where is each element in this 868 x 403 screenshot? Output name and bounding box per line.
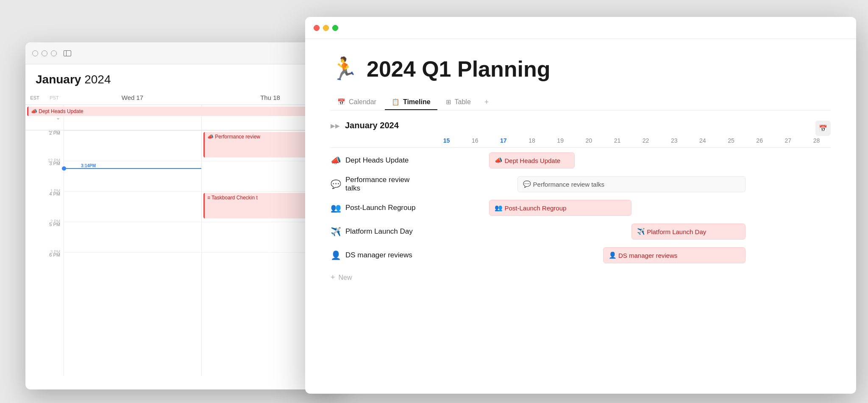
post-launch-bar-label: Post-Launch Regroup <box>504 204 566 212</box>
sidebar-toggle-icon[interactable] <box>64 50 71 56</box>
timeline-event-dept-heads: 📣 Dept Heads Update 📣 Dept Heads Update <box>331 151 831 170</box>
timezone-headers: EST PST <box>25 91 64 105</box>
time-label-3pm: 3 PM 12 PM <box>25 161 64 191</box>
minimize-button-notion[interactable] <box>323 25 329 31</box>
maximize-button-calendar[interactable] <box>51 50 57 56</box>
event-dept-heads-update[interactable]: 📣 Dept Heads Update <box>27 107 337 116</box>
timeline-tab-label: Timeline <box>403 98 431 106</box>
dept-heads-bar-icon: 📣 <box>495 157 503 164</box>
page-title: 2024 Q1 Planning <box>367 56 551 82</box>
post-launch-text: Post-Launch Regroup <box>345 204 415 212</box>
all-day-section: ⌄ Finish performance evals 📣 Dept Heads … <box>25 105 339 130</box>
post-launch-bar[interactable]: 👥 Post-Launch Regroup <box>489 200 632 216</box>
date-18: 18 <box>517 137 546 144</box>
calendar-window: January 2024 EST PST Wed 17 Thu 18 ⌄ Fin… <box>25 42 339 389</box>
date-16: 16 <box>461 137 489 144</box>
timeline-event-ds-manager: 👤 DS manager reviews 👤 DS manager review… <box>331 246 831 265</box>
perf-review-text: Performance review talks <box>345 176 426 193</box>
calendar-time-grid: 2 PM 11 AM 3 PM 12 PM 4 PM 1 PM 5 PM 2 P… <box>25 130 339 376</box>
expand-arrow-icon[interactable]: ▶▶ <box>331 122 340 129</box>
all-day-events-area: Finish performance evals 📣 Dept Heads Up… <box>64 105 339 130</box>
day-col-wed: 3:14PM <box>64 130 201 376</box>
time-labels: 2 PM 11 AM 3 PM 12 PM 4 PM 1 PM 5 PM 2 P… <box>25 130 64 376</box>
timeline-month-label: January 2024 <box>345 121 399 130</box>
platform-launch-bar[interactable]: ✈️ Platform Launch Day <box>632 224 746 240</box>
calendar-month-title: January 2024 <box>36 73 111 86</box>
timeline-event-perf-review: 💬 Performance review talks 💬 Performance… <box>331 175 831 193</box>
table-tab-label: Table <box>455 98 471 106</box>
ds-manager-icon: 👤 <box>331 250 341 260</box>
current-time-label: 3:14PM <box>81 163 96 168</box>
close-button-notion[interactable] <box>314 25 320 31</box>
time-label-4pm: 4 PM 1 PM <box>25 191 64 222</box>
date-numbers-row: 15 16 17 18 19 20 21 22 23 24 25 26 27 2… <box>331 137 831 148</box>
date-21: 21 <box>603 137 632 144</box>
calendar-tab-label: Calendar <box>349 98 376 106</box>
maximize-button-notion[interactable] <box>332 25 338 31</box>
dept-heads-bar[interactable]: 📣 Dept Heads Update <box>489 152 574 168</box>
close-button-calendar[interactable] <box>32 50 38 56</box>
page-icon: 🏃 <box>331 56 358 82</box>
date-28: 28 <box>802 137 831 144</box>
platform-launch-label: ✈️ Platform Launch Day <box>331 226 432 237</box>
date-19: 19 <box>546 137 575 144</box>
tz-pst-label: PST <box>45 95 63 100</box>
today-icon: 📅 <box>819 124 827 132</box>
post-launch-label: 👥 Post-Launch Regroup <box>331 203 432 213</box>
date-20: 20 <box>575 137 603 144</box>
date-22: 22 <box>632 137 660 144</box>
ds-manager-bar[interactable]: 👤 DS manager reviews <box>603 247 746 263</box>
calendar-column-headers: EST PST Wed 17 Thu 18 <box>25 91 339 105</box>
time-label-2pm: 2 PM 11 AM <box>25 130 64 161</box>
date-24: 24 <box>688 137 717 144</box>
perf-review-bar-icon: 💬 <box>523 180 531 188</box>
notion-titlebar <box>305 17 856 39</box>
post-launch-bar-icon: 👥 <box>495 204 503 212</box>
notion-window: 🏃 2024 Q1 Planning 📅 Calendar 📋 Timeline… <box>305 17 856 394</box>
date-15: 15 <box>432 137 461 144</box>
ds-manager-label: 👤 DS manager reviews <box>331 250 432 260</box>
add-tab-button[interactable]: + <box>479 94 494 110</box>
date-23: 23 <box>660 137 688 144</box>
ds-manager-bar-icon: 👤 <box>609 251 617 259</box>
dept-heads-bar-label: Dept Heads Update <box>504 157 560 164</box>
plus-icon: + <box>331 273 335 282</box>
date-25: 25 <box>717 137 745 144</box>
notion-tabs: 📅 Calendar 📋 Timeline ⊞ Table + <box>331 94 831 110</box>
calendar-tab-icon: 📅 <box>337 98 345 106</box>
tab-table[interactable]: ⊞ Table <box>439 95 478 110</box>
post-launch-icon: 👥 <box>331 203 341 213</box>
minimize-button-calendar[interactable] <box>42 50 47 56</box>
calendar-header: January 2024 <box>25 64 339 91</box>
today-button[interactable]: 📅 <box>815 121 831 136</box>
day-header-wed: Wed 17 <box>64 91 201 105</box>
date-27: 27 <box>774 137 802 144</box>
ds-manager-bar-label: DS manager reviews <box>618 252 677 259</box>
timeline-events: 📣 Dept Heads Update 📣 Dept Heads Update <box>331 151 831 265</box>
dept-heads-icon: 📣 <box>331 155 341 166</box>
page-title-row: 🏃 2024 Q1 Planning <box>331 56 831 82</box>
platform-launch-icon: ✈️ <box>331 226 341 237</box>
platform-launch-bar-icon: ✈️ <box>637 228 645 235</box>
tab-timeline[interactable]: 📋 Timeline <box>385 95 437 110</box>
timeline-event-platform-launch: ✈️ Platform Launch Day ✈️ Platform Launc… <box>331 222 831 241</box>
timeline-month-row: ▶▶ January 2024 📅 <box>331 121 831 130</box>
tab-calendar[interactable]: 📅 Calendar <box>331 95 383 110</box>
perf-review-bar[interactable]: 💬 Performance review talks <box>517 176 745 192</box>
tz-est-label: EST <box>26 95 44 100</box>
calendar-titlebar <box>25 42 339 64</box>
date-17: 17 <box>489 137 517 144</box>
date-26: 26 <box>746 137 774 144</box>
platform-launch-bar-label: Platform Launch Day <box>647 228 706 235</box>
timeline-section: ▶▶ January 2024 📅 15 16 17 18 19 20 21 2… <box>331 121 831 282</box>
dept-heads-label: 📣 Dept Heads Update <box>331 155 432 166</box>
platform-launch-text: Platform Launch Day <box>345 227 413 236</box>
new-entry-row[interactable]: + New <box>331 273 831 282</box>
timeline-event-post-launch: 👥 Post-Launch Regroup 👥 Post-Launch Regr… <box>331 199 831 217</box>
time-label-5pm: 5 PM 2 PM <box>25 222 64 252</box>
day-columns: 3:14PM 📣 Performance review ≡ Taskboard … <box>64 130 339 376</box>
time-label-6pm: 6 PM 3 PM <box>25 252 64 283</box>
timeline-tab-icon: 📋 <box>392 98 400 106</box>
ds-manager-text: DS manager reviews <box>345 251 412 259</box>
notion-content: 🏃 2024 Q1 Planning 📅 Calendar 📋 Timeline… <box>305 39 856 295</box>
